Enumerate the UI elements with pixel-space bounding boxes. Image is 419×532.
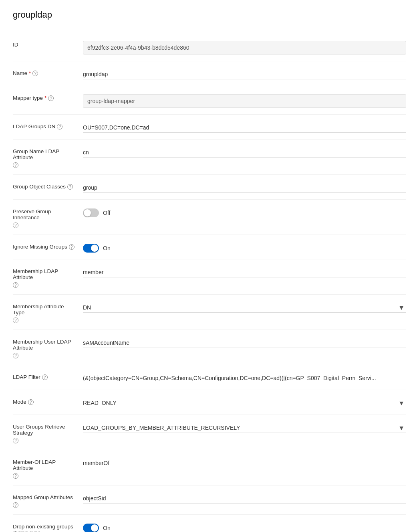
field-ldap-filter-label: LDAP Filter ? bbox=[13, 372, 83, 380]
field-ldap-groups-dn: LDAP Groups DN ? bbox=[13, 115, 406, 140]
field-mode-label: Mode ? bbox=[13, 396, 83, 405]
membership-attribute-type-select[interactable]: DN UID bbox=[83, 303, 406, 313]
field-mapper-type-value: group-ldap-mapper bbox=[83, 93, 406, 108]
field-group-name-ldap-attribute-label: Group Name LDAP Attribute ? bbox=[13, 146, 83, 168]
field-member-of-ldap-attribute-label: Member-Of LDAP Attribute ? bbox=[13, 457, 83, 479]
field-id: ID 6f92dfc3-2e06-4f4a-9b43-b8dcd54de860 bbox=[13, 33, 406, 61]
field-group-object-classes-label: Group Object Classes ? bbox=[13, 181, 83, 190]
group-object-classes-input[interactable] bbox=[83, 183, 406, 193]
field-ignore-missing-groups-value: On bbox=[83, 241, 406, 253]
drop-non-existing-groups-toggle[interactable] bbox=[83, 524, 99, 532]
ldap-filter-input[interactable] bbox=[83, 373, 406, 383]
field-membership-ldap-attribute-value bbox=[83, 266, 406, 277]
field-ldap-groups-dn-label: LDAP Groups DN ? bbox=[13, 121, 83, 129]
field-membership-attribute-type-value: DN UID ▼ bbox=[83, 301, 406, 313]
field-group-object-classes: Group Object Classes ? bbox=[13, 175, 406, 200]
user-groups-retrieve-strategy-select[interactable]: LOAD_GROUPS_BY_MEMBER_ATTRIBUTE_RECURSIV… bbox=[83, 423, 406, 433]
field-id-value: 6f92dfc3-2e06-4f4a-9b43-b8dcd54de860 bbox=[83, 39, 406, 55]
field-membership-user-ldap-attribute-value bbox=[83, 336, 406, 348]
member-of-ldap-attribute-help-icon[interactable]: ? bbox=[13, 473, 18, 479]
membership-attribute-type-help-icon[interactable]: ? bbox=[13, 318, 18, 323]
field-drop-non-existing-groups-value: On bbox=[83, 521, 406, 532]
group-name-ldap-attribute-input[interactable] bbox=[83, 148, 406, 158]
field-membership-attribute-type-label: Membership Attribute Type ? bbox=[13, 301, 83, 323]
field-mode: Mode ? READ_ONLY LDAP_ONLY IMPORT ▼ bbox=[13, 390, 406, 415]
field-group-object-classes-value bbox=[83, 181, 406, 193]
field-name-label: Name * ? bbox=[13, 68, 83, 76]
field-name-value bbox=[83, 68, 406, 79]
mapper-type-input: group-ldap-mapper bbox=[83, 94, 406, 108]
field-user-groups-retrieve-strategy-value: LOAD_GROUPS_BY_MEMBER_ATTRIBUTE_RECURSIV… bbox=[83, 421, 406, 433]
field-group-name-ldap-attribute: Group Name LDAP Attribute ? bbox=[13, 140, 406, 175]
field-ldap-filter-value bbox=[83, 372, 406, 383]
field-mapper-type: Mapper type * ? group-ldap-mapper bbox=[13, 86, 406, 115]
field-name: Name * ? bbox=[13, 61, 406, 86]
mode-select[interactable]: READ_ONLY LDAP_ONLY IMPORT bbox=[83, 398, 406, 408]
preserve-group-inheritance-toggle[interactable] bbox=[83, 208, 99, 217]
field-preserve-group-inheritance-label: Preserve Group Inheritance ? bbox=[13, 206, 83, 228]
ldap-groups-dn-help-icon[interactable]: ? bbox=[57, 124, 62, 129]
mode-help-icon[interactable]: ? bbox=[28, 399, 34, 405]
user-groups-retrieve-strategy-help-icon[interactable]: ? bbox=[13, 438, 18, 443]
member-of-ldap-attribute-input[interactable] bbox=[83, 458, 406, 468]
mapped-group-attributes-help-icon[interactable]: ? bbox=[13, 502, 18, 508]
field-membership-ldap-attribute: Membership LDAP Attribute ? bbox=[13, 259, 406, 295]
field-drop-non-existing-groups: Drop non-existing groups during sync ? O… bbox=[13, 515, 406, 532]
field-preserve-group-inheritance: Preserve Group Inheritance ? Off bbox=[13, 200, 406, 235]
preserve-group-inheritance-help-icon[interactable]: ? bbox=[13, 223, 18, 228]
membership-user-ldap-attribute-help-icon[interactable]: ? bbox=[13, 353, 18, 358]
mapped-group-attributes-input[interactable] bbox=[83, 494, 406, 504]
field-id-label: ID bbox=[13, 39, 83, 48]
ignore-missing-groups-toggle[interactable] bbox=[83, 244, 99, 253]
field-user-groups-retrieve-strategy: User Groups Retrieve Strategy ? LOAD_GRO… bbox=[13, 415, 406, 450]
field-mapped-group-attributes-value bbox=[83, 492, 406, 504]
field-mode-value: READ_ONLY LDAP_ONLY IMPORT ▼ bbox=[83, 396, 406, 408]
field-preserve-group-inheritance-value: Off bbox=[83, 206, 406, 217]
field-membership-user-ldap-attribute-label: Membership User LDAP Attribute ? bbox=[13, 336, 83, 358]
membership-user-ldap-attribute-input[interactable] bbox=[83, 338, 406, 348]
name-help-icon[interactable]: ? bbox=[32, 71, 38, 76]
membership-ldap-attribute-input[interactable] bbox=[83, 267, 406, 277]
ignore-missing-groups-toggle-label: On bbox=[103, 245, 111, 251]
field-member-of-ldap-attribute: Member-Of LDAP Attribute ? bbox=[13, 450, 406, 485]
field-user-groups-retrieve-strategy-label: User Groups Retrieve Strategy ? bbox=[13, 421, 83, 443]
ldap-groups-dn-input[interactable] bbox=[83, 123, 406, 133]
field-ignore-missing-groups: Ignore Missing Groups ? On bbox=[13, 235, 406, 259]
field-membership-ldap-attribute-label: Membership LDAP Attribute ? bbox=[13, 266, 83, 288]
group-name-ldap-attribute-help-icon[interactable]: ? bbox=[13, 162, 18, 168]
membership-ldap-attribute-help-icon[interactable]: ? bbox=[13, 282, 18, 288]
field-mapped-group-attributes-label: Mapped Group Attributes ? bbox=[13, 492, 83, 508]
page-title: groupldap bbox=[13, 10, 406, 20]
ignore-missing-groups-help-icon[interactable]: ? bbox=[69, 244, 75, 250]
id-input: 6f92dfc3-2e06-4f4a-9b43-b8dcd54de860 bbox=[83, 41, 406, 55]
field-drop-non-existing-groups-label: Drop non-existing groups during sync ? bbox=[13, 521, 83, 532]
field-membership-user-ldap-attribute: Membership User LDAP Attribute ? bbox=[13, 330, 406, 365]
drop-non-existing-groups-toggle-label: On bbox=[103, 525, 111, 531]
field-mapper-type-label: Mapper type * ? bbox=[13, 93, 83, 101]
preserve-group-inheritance-toggle-label: Off bbox=[103, 210, 110, 216]
field-membership-attribute-type: Membership Attribute Type ? DN UID ▼ bbox=[13, 295, 406, 330]
group-object-classes-help-icon[interactable]: ? bbox=[67, 184, 73, 190]
field-mapped-group-attributes: Mapped Group Attributes ? bbox=[13, 485, 406, 515]
field-ignore-missing-groups-label: Ignore Missing Groups ? bbox=[13, 241, 83, 250]
field-group-name-ldap-attribute-value bbox=[83, 146, 406, 158]
field-ldap-groups-dn-value bbox=[83, 121, 406, 133]
mapper-type-help-icon[interactable]: ? bbox=[48, 95, 54, 101]
field-ldap-filter: LDAP Filter ? bbox=[13, 365, 406, 390]
field-member-of-ldap-attribute-value bbox=[83, 457, 406, 468]
name-input[interactable] bbox=[83, 69, 406, 79]
ldap-filter-help-icon[interactable]: ? bbox=[42, 374, 48, 380]
